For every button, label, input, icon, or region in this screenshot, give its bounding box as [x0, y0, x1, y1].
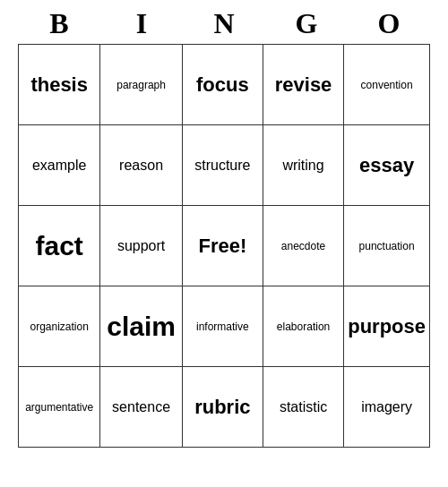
- header-n: N: [183, 7, 265, 40]
- bingo-header: B I N G O: [18, 7, 430, 40]
- cell-r3-c1: claim: [100, 286, 182, 367]
- header-b: B: [18, 7, 100, 40]
- cell-r4-c1: sentence: [100, 367, 182, 448]
- cell-r3-c2: informative: [182, 286, 263, 367]
- cell-r3-c0: organization: [19, 286, 100, 367]
- cell-r2-c4: punctuation: [344, 206, 430, 286]
- cell-r4-c0: argumentative: [19, 367, 100, 448]
- cell-r0-c2: focus: [182, 45, 263, 125]
- cell-r1-c3: writing: [263, 125, 343, 206]
- cell-r2-c0: fact: [19, 206, 100, 286]
- bingo-table: thesisparagraphfocusreviseconventionexam…: [18, 44, 430, 448]
- cell-r3-c4: purpose: [344, 286, 430, 367]
- cell-r0-c1: paragraph: [100, 45, 182, 125]
- header-i: I: [100, 7, 183, 40]
- cell-r1-c1: reason: [100, 125, 182, 206]
- cell-r4-c3: statistic: [263, 367, 343, 448]
- cell-r0-c0: thesis: [19, 45, 100, 125]
- cell-r1-c0: example: [19, 125, 100, 206]
- header-o: O: [348, 7, 430, 40]
- cell-r0-c4: convention: [344, 45, 430, 125]
- cell-r3-c3: elaboration: [263, 286, 343, 367]
- header-g: G: [265, 7, 348, 40]
- cell-r4-c4: imagery: [344, 367, 430, 448]
- cell-r2-c3: anecdote: [263, 206, 343, 286]
- cell-r2-c2: Free!: [182, 206, 263, 286]
- cell-r0-c3: revise: [263, 45, 343, 125]
- cell-r4-c2: rubric: [182, 367, 263, 448]
- cell-r1-c4: essay: [344, 125, 430, 206]
- cell-r1-c2: structure: [182, 125, 263, 206]
- cell-r2-c1: support: [100, 206, 182, 286]
